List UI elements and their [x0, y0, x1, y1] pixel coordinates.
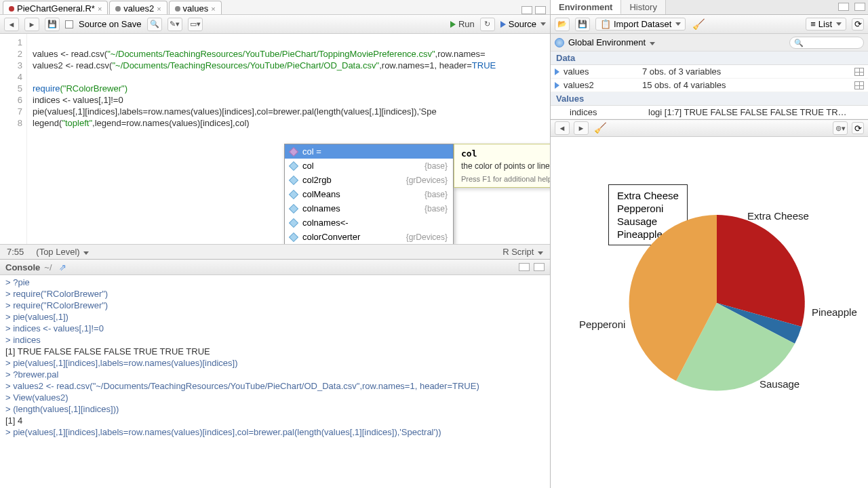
ac-item[interactable]: col{base} [285, 159, 453, 173]
save-icon[interactable]: 💾 [575, 18, 590, 31]
pie-label: Extra Cheese [747, 210, 809, 222]
expand-icon[interactable] [555, 68, 559, 75]
ac-item[interactable]: colorConverter{grDevices} [285, 230, 453, 244]
maximize-pane-icon[interactable] [534, 263, 545, 271]
env-tabbar: Environment History [551, 0, 868, 15]
env-row[interactable]: values215 obs. of 4 variables [551, 79, 868, 92]
ac-item[interactable]: colnames<- [285, 216, 453, 230]
open-icon[interactable]: 📂 [555, 18, 570, 31]
ac-item[interactable]: colnames{base} [285, 201, 453, 216]
language-indicator[interactable]: R Script [502, 247, 543, 257]
env-section-values: Values [551, 92, 868, 106]
tab-values[interactable]: values× [169, 1, 222, 14]
env-scope[interactable]: Global Environment [568, 37, 655, 47]
pie-label: Sausage [760, 378, 800, 390]
ac-item[interactable]: col = [285, 144, 453, 159]
tab-history[interactable]: History [621, 0, 665, 14]
console-header: Console ~/ ⇗ [0, 259, 550, 275]
tab-piechart[interactable]: PieChartGeneral.R*× [3, 1, 108, 14]
list-view-button[interactable]: ≡ List [806, 18, 846, 30]
editor-statusbar: 7:55 (Top Level) R Script [0, 244, 550, 259]
maximize-pane-icon[interactable] [535, 6, 546, 14]
maximize-pane-icon[interactable] [854, 3, 865, 11]
autocomplete-popup[interactable]: col = col{base} col2rgb{grDevices} colMe… [284, 144, 454, 244]
refresh-icon[interactable]: ⟳ [852, 18, 864, 30]
run-icon [450, 21, 456, 28]
forward-icon[interactable]: ► [24, 18, 39, 31]
zoom-icon[interactable]: ⊚▾ [833, 121, 848, 135]
wand-icon[interactable]: ✎▾ [167, 18, 182, 31]
tab-values2[interactable]: values2× [109, 1, 167, 14]
env-row[interactable]: values7 obs. of 3 variables [551, 65, 868, 79]
ac-item[interactable]: colMeans{base} [285, 187, 453, 201]
env-row[interactable]: indiceslogi [1:7] TRUE FALSE FALSE FALSE… [551, 106, 868, 119]
globe-icon [555, 38, 564, 47]
close-icon[interactable]: × [157, 5, 161, 13]
ac-item[interactable]: col2rgb{grDevices} [285, 173, 453, 187]
prev-plot-icon[interactable]: ◄ [555, 121, 570, 135]
pie-chart [551, 137, 863, 462]
rerun-icon[interactable]: ↻ [480, 18, 495, 31]
expand-icon[interactable] [555, 82, 559, 89]
cursor-position: 7:55 [7, 247, 24, 257]
back-icon[interactable]: ◄ [4, 18, 19, 31]
save-icon[interactable]: 💾 [45, 18, 60, 31]
grid-icon[interactable] [854, 81, 864, 89]
console-title: Console [5, 262, 40, 272]
code-editor[interactable]: 12345678 values <- read.csv("~/Documents… [0, 34, 550, 244]
source-on-save-checkbox[interactable] [65, 20, 73, 28]
editor-tabbar: PieChartGeneral.R*× values2× values× [0, 0, 550, 15]
close-icon[interactable]: × [98, 5, 102, 13]
run-button[interactable]: Run [450, 19, 475, 29]
clear-icon[interactable]: 🧹 [691, 18, 707, 31]
close-icon[interactable]: × [211, 5, 215, 13]
minimize-pane-icon[interactable] [519, 263, 530, 271]
pie-label: Pepperoni [579, 319, 625, 330]
environment-list: Data values7 obs. of 3 variables values2… [551, 52, 868, 119]
find-icon[interactable]: 🔍 [147, 18, 162, 31]
source-button[interactable]: Source [500, 19, 546, 29]
env-toolbar: 📂 💾 📋Import Dataset 🧹 ≡ List ⟳ [551, 15, 868, 34]
scope-indicator[interactable]: (Top Level) [36, 247, 89, 257]
console[interactable]: ?pierequire("RColorBrewer")require("RCol… [0, 275, 550, 488]
source-on-save-label: Source on Save [79, 19, 142, 29]
minimize-pane-icon[interactable] [521, 6, 532, 14]
report-icon[interactable]: ▭▾ [188, 18, 203, 31]
autocomplete-help: col the color of points or lines appeari… [454, 144, 550, 188]
popup-icon[interactable]: ⇗ [59, 262, 66, 272]
env-search-input[interactable] [789, 37, 864, 49]
env-section-data: Data [551, 52, 868, 65]
next-plot-icon[interactable]: ► [574, 121, 589, 135]
line-gutter: 12345678 [0, 34, 27, 244]
plot-toolbar: ◄ ► 🧹 ⊚▾ ⟳ [551, 119, 868, 137]
refresh-plot-icon[interactable]: ⟳ [852, 122, 864, 134]
import-dataset-button[interactable]: 📋Import Dataset [595, 18, 686, 30]
clear-plot-icon[interactable]: 🧹 [593, 121, 608, 135]
console-path: ~/ [44, 262, 52, 272]
pie-label: Pineapple [812, 306, 857, 318]
env-scope-row: Global Environment [551, 34, 868, 52]
plot-area: Extra Cheese Pepperoni Sausage Pineapple… [551, 137, 868, 488]
tab-environment[interactable]: Environment [551, 0, 621, 14]
grid-icon[interactable] [854, 68, 864, 76]
minimize-pane-icon[interactable] [838, 3, 849, 11]
editor-toolbar: ◄ ► 💾 Source on Save 🔍 ✎▾ ▭▾ Run ↻ Sourc… [0, 15, 550, 34]
source-icon [500, 21, 506, 28]
